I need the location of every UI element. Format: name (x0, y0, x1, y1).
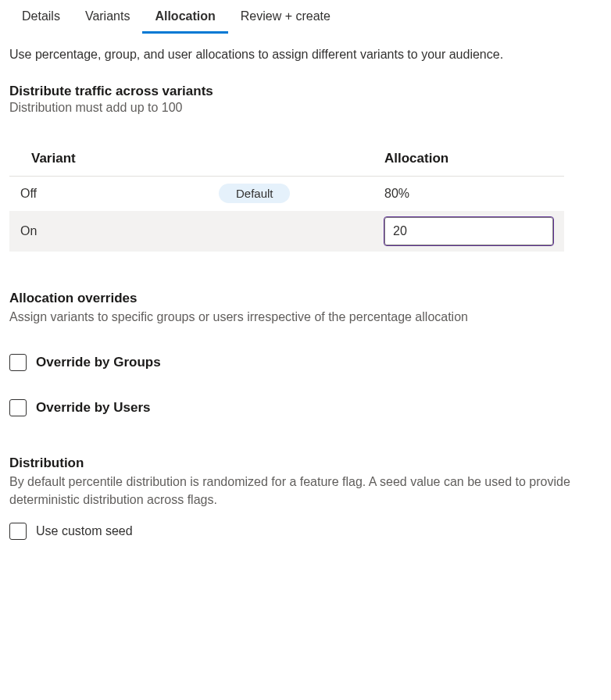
allocation-off-display: 80% (373, 177, 564, 211)
use-custom-seed-checkbox[interactable] (9, 523, 27, 540)
override-by-users-row: Override by Users (9, 399, 602, 416)
table-row: Off Default 80% (9, 177, 564, 211)
distribute-subtitle: Distribution must add up to 100 (9, 101, 602, 115)
overrides-title: Allocation overrides (9, 291, 602, 306)
tab-details[interactable]: Details (9, 3, 73, 34)
variant-name-off: Off (9, 177, 208, 211)
override-by-groups-checkbox[interactable] (9, 354, 27, 371)
distribution-title: Distribution (9, 455, 602, 471)
allocation-panel: Use percentage, group, and user allocati… (0, 34, 611, 568)
tab-variants[interactable]: Variants (73, 3, 143, 34)
allocation-on-input[interactable] (384, 217, 553, 245)
tab-review-create[interactable]: Review + create (228, 3, 343, 34)
distribution-subtitle: By default percentile distribution is ra… (9, 473, 580, 509)
override-by-groups-row: Override by Groups (9, 354, 602, 371)
intro-text: Use percentage, group, and user allocati… (9, 48, 602, 62)
col-header-variant: Variant (9, 143, 208, 177)
overrides-subtitle: Assign variants to specific groups or us… (9, 308, 580, 326)
table-row: On (9, 211, 564, 252)
col-header-allocation: Allocation (373, 143, 564, 177)
variant-name-on: On (9, 211, 208, 252)
distribute-section: Distribute traffic across variants Distr… (9, 84, 602, 252)
default-badge: Default (219, 184, 291, 203)
tab-bar: Details Variants Allocation Review + cre… (0, 0, 611, 34)
distribution-section: Distribution By default percentile distr… (9, 455, 602, 540)
override-by-groups-label: Override by Groups (36, 355, 161, 370)
overrides-section: Allocation overrides Assign variants to … (9, 291, 602, 416)
override-by-users-checkbox[interactable] (9, 399, 27, 416)
distribute-title: Distribute traffic across variants (9, 84, 602, 99)
use-custom-seed-row: Use custom seed (9, 523, 602, 540)
override-by-users-label: Override by Users (36, 400, 150, 416)
variant-table: Variant Allocation Off Default 80% On (9, 143, 564, 252)
use-custom-seed-label: Use custom seed (36, 524, 133, 538)
col-header-default (208, 143, 373, 177)
tab-allocation[interactable]: Allocation (142, 3, 227, 34)
